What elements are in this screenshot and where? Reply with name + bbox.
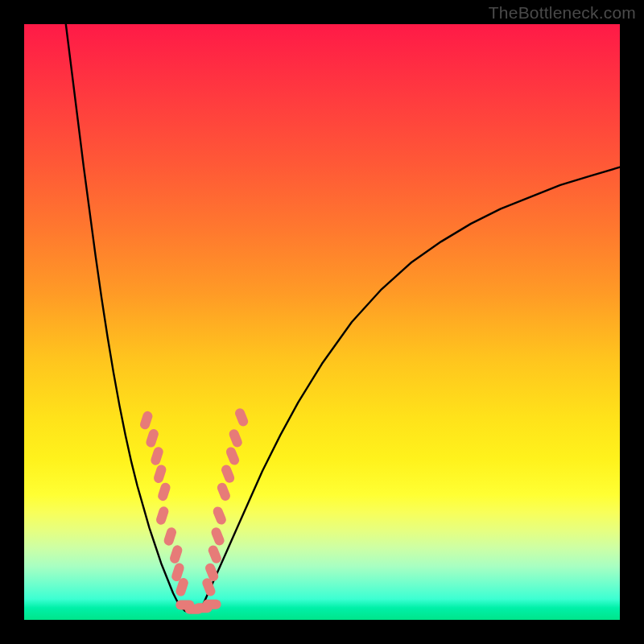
data-marker — [233, 407, 250, 427]
marker-group — [138, 407, 250, 613]
data-marker — [150, 446, 165, 467]
data-marker — [216, 481, 232, 502]
watermark-text: TheBottleneck.com — [489, 3, 636, 23]
chart-frame: TheBottleneck.com — [0, 0, 644, 644]
data-marker — [228, 427, 244, 448]
plot-area — [24, 24, 620, 620]
data-marker — [157, 481, 172, 502]
curve-group — [66, 24, 620, 613]
data-marker — [225, 446, 241, 467]
bottleneck-curve — [66, 24, 620, 613]
data-marker — [220, 464, 236, 485]
data-marker — [152, 464, 167, 485]
data-marker — [163, 526, 178, 547]
data-marker — [155, 506, 170, 526]
chart-svg — [24, 24, 620, 620]
data-marker — [212, 506, 228, 526]
data-marker — [207, 544, 223, 565]
data-marker — [145, 428, 160, 449]
data-marker — [210, 526, 226, 547]
data-marker — [203, 600, 221, 609]
data-marker — [138, 410, 154, 431]
data-marker — [168, 544, 184, 565]
